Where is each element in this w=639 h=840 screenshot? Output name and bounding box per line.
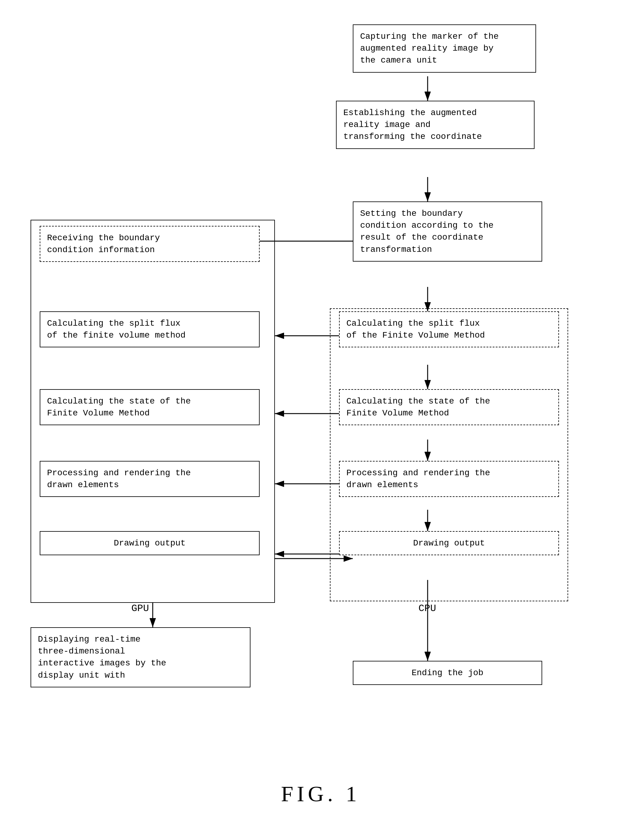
box-calc-flux-left: Calculating the split flux of the finite… xyxy=(40,311,260,347)
box-capture: Capturing the marker of the augmented re… xyxy=(353,24,536,73)
box-calc-state-left: Calculating the state of the Finite Volu… xyxy=(40,389,260,425)
box-boundary-set: Setting the boundary condition according… xyxy=(353,201,542,262)
box-calc-flux-right: Calculating the split flux of the Finite… xyxy=(339,311,559,347)
box-drawing-output-right: Drawing output xyxy=(339,531,559,555)
box-establish: Establishing the augmented reality image… xyxy=(336,101,534,149)
box-receive-boundary: Receiving the boundary condition informa… xyxy=(40,226,260,262)
diagram-container: Capturing the marker of the augmented re… xyxy=(0,0,639,36)
box-ending: Ending the job xyxy=(353,661,542,685)
box-calc-state-right: Calculating the state of the Finite Volu… xyxy=(339,389,559,425)
figure-label: FIG. 1 xyxy=(214,781,428,807)
cpu-container xyxy=(330,308,568,601)
box-display: Displaying real-time three-dimensional i… xyxy=(30,627,251,687)
box-process-render-left: Processing and rendering the drawn eleme… xyxy=(40,461,260,497)
gpu-label: GPU xyxy=(131,603,149,614)
box-drawing-output-left: Drawing output xyxy=(40,531,260,555)
box-process-render-right: Processing and rendering the drawn eleme… xyxy=(339,461,559,497)
cpu-label: CPU xyxy=(418,603,436,614)
